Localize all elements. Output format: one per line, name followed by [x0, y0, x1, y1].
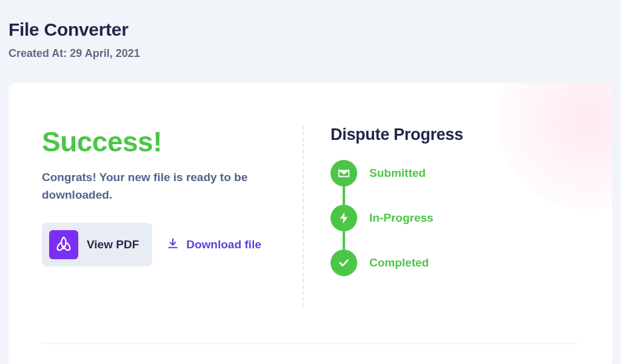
success-panel: Success! Congrats! Your new file is read… — [42, 125, 303, 307]
success-title: Success! — [42, 125, 284, 158]
step-label: Submitted — [369, 167, 426, 180]
view-pdf-label: View PDF — [87, 238, 139, 251]
progress-panel: Dispute Progress Submitted — [304, 125, 579, 307]
result-card: Success! Congrats! Your new file is read… — [8, 83, 613, 364]
page-title: File Converter — [8, 19, 613, 40]
step-label: Completed — [369, 256, 429, 270]
download-icon — [167, 237, 179, 252]
progress-title: Dispute Progress — [331, 125, 579, 144]
step-label: In-Progress — [369, 211, 434, 225]
download-file-link[interactable]: Download file — [167, 237, 261, 252]
page-subtitle: Created At: 29 April, 2021 — [8, 47, 613, 60]
check-icon — [331, 250, 357, 276]
mail-icon — [331, 160, 357, 187]
pdf-icon — [49, 230, 78, 259]
step-connector — [343, 231, 345, 250]
download-label: Download file — [186, 238, 261, 251]
progress-step-submitted: Submitted — [331, 160, 579, 187]
horizontal-divider — [42, 343, 579, 344]
lightning-icon — [331, 205, 357, 231]
view-pdf-button[interactable]: View PDF — [42, 223, 152, 266]
step-connector — [343, 187, 345, 205]
progress-step-in-progress: In-Progress — [331, 205, 579, 231]
progress-step-completed: Completed — [331, 250, 579, 276]
success-description: Congrats! Your new file is ready to be d… — [42, 169, 272, 204]
progress-steps: Submitted In-Progress — [331, 160, 579, 276]
